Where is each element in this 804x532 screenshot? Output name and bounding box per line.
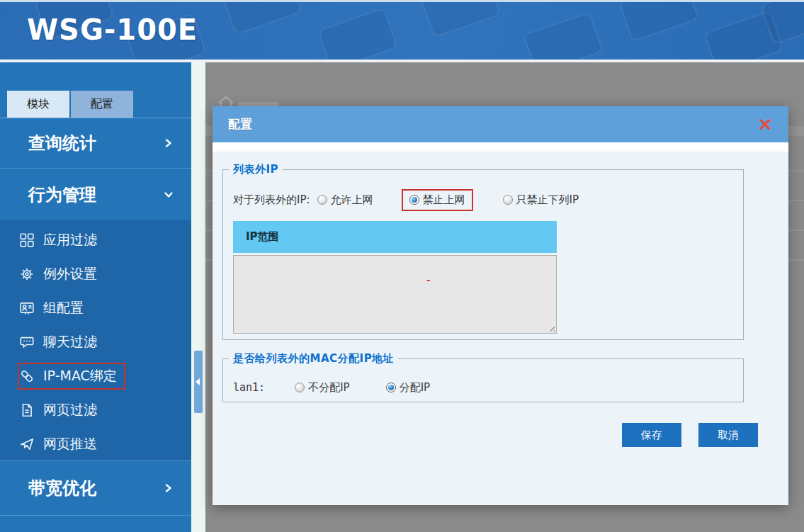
radio-icon: [409, 195, 419, 205]
chat-icon: [19, 334, 35, 350]
sidebar-item-label: 聊天过滤: [43, 333, 97, 351]
app-logo: WSG-100E: [27, 13, 198, 46]
radio-icon: [295, 383, 305, 392]
sidebar-item-label: 网页推送: [43, 435, 97, 453]
mac-assign-panel: 是否给列表外的MAC分配IP地址 lan1: 不分配IP 分配IP: [222, 352, 744, 402]
webpage-icon: [19, 402, 35, 418]
sidebar-section-behavior-mgmt[interactable]: 行为管理: [0, 169, 191, 220]
tab-config-label: 配置: [91, 97, 113, 112]
sidebar-item-label: 应用过滤: [43, 231, 97, 249]
tab-modules[interactable]: 模块: [7, 91, 69, 118]
section-label: 带宽优化: [28, 477, 96, 499]
resize-handle-icon[interactable]: [548, 324, 555, 332]
link-icon: [19, 368, 35, 384]
mac-assign-legend: 是否给列表外的MAC分配IP地址: [229, 352, 398, 366]
save-button[interactable]: 保存: [622, 423, 681, 447]
config-dialog: 配置 × 列表外IP 对于列表外的IP: 允许上网 禁止上网 只禁止下列IP: [213, 106, 788, 505]
sidebar-item-ip-mac-binding[interactable]: IP-MAC绑定: [0, 359, 191, 393]
ip-range-table-header: IP范围: [233, 221, 557, 253]
section-label: 查询统计: [28, 132, 96, 154]
sidebar-item-web-filter[interactable]: 网页过滤: [0, 393, 191, 427]
sidebar-section-query-stats[interactable]: 查询统计: [0, 118, 191, 169]
sidebar-item-exception-settings[interactable]: 例外设置: [0, 257, 191, 291]
dialog-white-strip: [213, 142, 788, 152]
group-card-icon: [19, 300, 35, 316]
ip-range-textarea[interactable]: -: [233, 255, 557, 334]
outside-ip-row-label: 对于列表外的IP:: [233, 193, 310, 207]
chevron-right-icon: [163, 482, 174, 494]
radio-assign-ip[interactable]: 分配IP: [385, 377, 431, 399]
lan1-label: lan1:: [233, 381, 265, 394]
radio-forbid-listed-only[interactable]: 只禁止下列IP: [502, 189, 580, 211]
radio-allow-internet[interactable]: 允许上网: [316, 189, 375, 211]
sidebar-submenu: 应用过滤 例外设置 组配置: [0, 220, 191, 460]
outside-ip-radio-row: 对于列表外的IP: 允许上网 禁止上网 只禁止下列IP: [233, 188, 580, 212]
sidebar-section-bandwidth-opt[interactable]: 带宽优化: [0, 460, 191, 516]
dialog-titlebar: 配置 ×: [213, 106, 788, 142]
gear-icon: [19, 266, 35, 282]
sidebar-item-group-config[interactable]: 组配置: [0, 291, 191, 325]
sidebar-item-app-filter[interactable]: 应用过滤: [0, 223, 191, 257]
sidebar-item-chat-filter[interactable]: 聊天过滤: [0, 325, 191, 359]
sidebar: 模块 配置 查询统计 行为管理: [0, 62, 191, 532]
sidebar-item-label: 例外设置: [43, 265, 97, 283]
sidebar-tabs: 模块 配置: [7, 91, 135, 118]
tab-modules-label: 模块: [27, 97, 50, 112]
collapse-arrow-icon: [196, 378, 200, 385]
mac-assign-radio-row: lan1: 不分配IP 分配IP: [233, 375, 431, 400]
close-icon[interactable]: ×: [757, 112, 773, 136]
outside-ip-panel: 列表外IP 对于列表外的IP: 允许上网 禁止上网 只禁止下列IP IP范围: [222, 163, 744, 340]
radio-no-assign-ip[interactable]: 不分配IP: [293, 377, 351, 399]
grid-icon: [19, 232, 35, 248]
chevron-down-icon: [163, 189, 174, 200]
app-window: WSG-100E 模块 配置 查询统计 行为管理: [0, 0, 804, 532]
chevron-right-icon: [163, 137, 174, 149]
sidebar-item-label: 组配置: [43, 299, 84, 317]
cancel-button[interactable]: 取消: [698, 423, 758, 447]
textarea-red-mark: -: [426, 274, 431, 285]
sidebar-item-label: IP-MAC绑定: [43, 367, 117, 385]
sidebar-collapse-handle[interactable]: [194, 351, 203, 413]
tab-config[interactable]: 配置: [71, 91, 133, 118]
sidebar-item-label: 网页过滤: [43, 401, 97, 419]
sidebar-gap-column: [191, 62, 205, 532]
outside-ip-legend: 列表外IP: [229, 163, 283, 176]
send-icon: [19, 436, 35, 452]
sidebar-item-web-push[interactable]: 网页推送: [0, 427, 191, 461]
radio-icon: [503, 195, 513, 205]
red-highlight-box: IP-MAC绑定: [18, 363, 125, 390]
radio-forbid-internet[interactable]: 禁止上网: [402, 189, 473, 211]
section-label: 行为管理: [28, 183, 96, 206]
dialog-title: 配置: [228, 106, 252, 142]
radio-icon: [317, 195, 327, 205]
app-header: WSG-100E: [0, 2, 804, 60]
radio-icon: [386, 383, 396, 392]
